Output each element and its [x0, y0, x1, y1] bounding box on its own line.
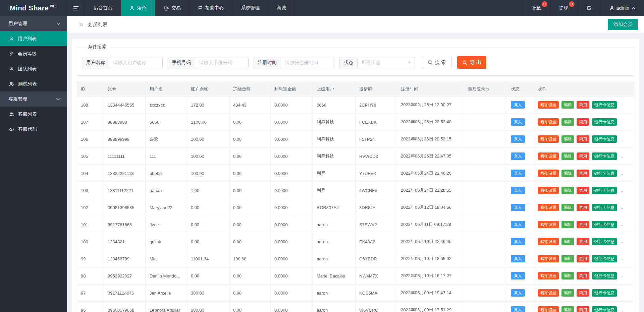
bank-card-info-button[interactable]: 银行卡信息 — [592, 255, 617, 262]
sidebar-toggle-button[interactable] — [67, 0, 85, 16]
bank-card-info-button[interactable]: 银行卡信息 — [592, 152, 617, 160]
disable-button[interactable]: 禁用 — [577, 289, 589, 297]
status-badge[interactable]: 真人 — [511, 289, 525, 297]
status-select[interactable]: 所有状态 — [358, 57, 415, 68]
disable-button[interactable]: 禁用 — [577, 187, 589, 194]
status-badge[interactable]: 真人 — [511, 170, 525, 177]
nav-item-mall[interactable]: 商城 — [268, 0, 295, 16]
disable-button[interactable]: 禁用 — [577, 135, 589, 143]
deduction-settings-button[interactable]: 暗扣设置 — [538, 306, 559, 312]
disable-button[interactable]: 禁用 — [577, 272, 589, 279]
refresh-button[interactable] — [577, 0, 600, 16]
deduction-settings-button[interactable]: 暗扣设置 — [538, 272, 559, 279]
cell-account: 13322221113 — [104, 165, 146, 182]
cell-account: 1234321 — [104, 233, 146, 250]
admin-menu[interactable]: admin — [600, 0, 644, 16]
bank-card-info-button[interactable]: 银行卡信息 — [592, 306, 617, 312]
bank-card-info-button[interactable]: 银行卡信息 — [592, 170, 617, 177]
deduction-settings-button[interactable]: 暗扣设置 — [538, 238, 559, 245]
deduction-settings-button[interactable]: 暗扣设置 — [538, 255, 559, 262]
add-member-button[interactable]: 添加会员 — [608, 19, 638, 30]
bank-card-info-button[interactable]: 银行卡信息 — [592, 204, 617, 211]
phone-input[interactable] — [195, 57, 248, 68]
sidebar-group-support-management[interactable]: 客服管理 — [0, 91, 67, 107]
edit-button[interactable]: 编辑 — [561, 204, 574, 211]
nav-item-dashboard[interactable]: 后台首页 — [85, 0, 121, 16]
edit-button[interactable]: 编辑 — [561, 255, 574, 262]
status-badge[interactable]: 真人 — [511, 204, 525, 211]
status-badge[interactable]: 真人 — [511, 135, 525, 143]
status-badge[interactable]: 真人 — [511, 306, 525, 312]
status-badge[interactable]: 真人 — [511, 152, 525, 160]
status-badge[interactable]: 真人 — [511, 272, 525, 279]
edit-button[interactable]: 编辑 — [561, 170, 574, 177]
nav-item-roles[interactable]: 角色 — [121, 0, 155, 16]
edit-button[interactable]: 编辑 — [561, 272, 574, 279]
status-badge[interactable]: 真人 — [511, 101, 525, 109]
edit-button[interactable]: 编辑 — [561, 152, 574, 160]
cell-register-time: 2022年06月11日 09:17:28 — [397, 216, 464, 233]
edit-button[interactable]: 编辑 — [561, 101, 574, 109]
deduction-settings-button[interactable]: 暗扣设置 — [538, 187, 559, 194]
status-badge[interactable]: 真人 — [511, 187, 525, 194]
disable-button[interactable]: 禁用 — [577, 204, 589, 211]
deduction-settings-button[interactable]: 暗扣设置 — [538, 118, 559, 126]
sidebar-item-user-list[interactable]: 用户列表 — [0, 31, 67, 46]
deduction-settings-button[interactable]: 暗扣设置 — [538, 101, 559, 109]
edit-button[interactable]: 编辑 — [561, 118, 574, 126]
nav-item-help-center[interactable]: 帮助中心 — [190, 0, 232, 16]
nav-item-system[interactable]: 系统管理 — [232, 0, 268, 16]
disable-button[interactable]: 禁用 — [577, 306, 589, 312]
bank-card-info-button[interactable]: 银行卡信息 — [592, 289, 617, 297]
table-row: 102 09081398585 Maryjane22 0.00 0.00 0.0… — [77, 199, 634, 216]
sidebar-item-support-list[interactable]: 客服列表 — [0, 107, 67, 122]
disable-button[interactable]: 禁用 — [577, 255, 589, 262]
withdraw-button[interactable]: 提现 0 — [550, 0, 577, 16]
edit-button[interactable]: 编辑 — [561, 306, 574, 312]
status-badge[interactable]: 真人 — [511, 238, 525, 245]
deduction-settings-button[interactable]: 暗扣设置 — [538, 204, 559, 211]
edit-button[interactable]: 编辑 — [561, 289, 574, 297]
status-badge[interactable]: 真人 — [511, 118, 525, 126]
bank-card-info-button[interactable]: 银行卡信息 — [592, 238, 617, 245]
status-badge[interactable]: 真人 — [511, 255, 525, 262]
nav-item-trade[interactable]: 交易 — [155, 0, 190, 16]
disable-button[interactable]: 禁用 — [577, 238, 589, 245]
cell-actions: 暗扣设置 编辑 禁用 银行卡信息 ... — [534, 182, 634, 199]
bank-card-info-button[interactable]: 银行卡信息 — [592, 101, 617, 109]
col-header-id: ID — [77, 82, 104, 97]
bank-card-info-button[interactable]: 银行卡信息 — [592, 272, 617, 279]
bank-card-info-button[interactable]: 银行卡信息 — [592, 187, 617, 194]
register-time-input[interactable] — [281, 57, 334, 68]
sidebar-item-team-list[interactable]: 团队列表 — [0, 61, 67, 76]
username-input[interactable] — [109, 57, 162, 68]
bank-card-info-button[interactable]: 银行卡信息 — [592, 135, 617, 143]
disable-button[interactable]: 禁用 — [577, 152, 589, 160]
status-label: 状态 — [340, 57, 358, 68]
bank-card-info-button[interactable]: 银行卡信息 — [592, 221, 617, 228]
recharge-button[interactable]: 充值 0 — [523, 0, 550, 16]
deduction-settings-button[interactable]: 暗扣设置 — [538, 221, 559, 228]
search-button[interactable]: 搜 索 — [422, 57, 451, 68]
cell-status: 真人 — [507, 302, 534, 312]
edit-button[interactable]: 编辑 — [561, 238, 574, 245]
disable-button[interactable]: 禁用 — [577, 221, 589, 228]
deduction-settings-button[interactable]: 暗扣设置 — [538, 135, 559, 143]
status-badge[interactable]: 真人 — [511, 221, 525, 228]
sidebar-group-user-management[interactable]: 用户管理 — [0, 16, 67, 31]
disable-button[interactable]: 禁用 — [577, 118, 589, 126]
deduction-settings-button[interactable]: 暗扣设置 — [538, 170, 559, 177]
export-button[interactable]: 导 出 — [457, 56, 486, 69]
disable-button[interactable]: 禁用 — [577, 170, 589, 177]
disable-button[interactable]: 禁用 — [577, 101, 589, 109]
bank-card-info-button[interactable]: 银行卡信息 — [592, 118, 617, 126]
edit-button[interactable]: 编辑 — [561, 135, 574, 143]
cell-actions: 暗扣设置 编辑 禁用 银行卡信息 ... — [534, 114, 634, 131]
edit-button[interactable]: 编辑 — [561, 221, 574, 228]
sidebar-item-test-list[interactable]: 测试列表 — [0, 76, 67, 91]
deduction-settings-button[interactable]: 暗扣设置 — [538, 152, 559, 160]
sidebar-item-support-code[interactable]: 客服代码 — [0, 122, 67, 137]
edit-button[interactable]: 编辑 — [561, 187, 574, 194]
deduction-settings-button[interactable]: 暗扣设置 — [538, 289, 559, 297]
sidebar-item-member-levels[interactable]: 会员等级 — [0, 46, 67, 61]
